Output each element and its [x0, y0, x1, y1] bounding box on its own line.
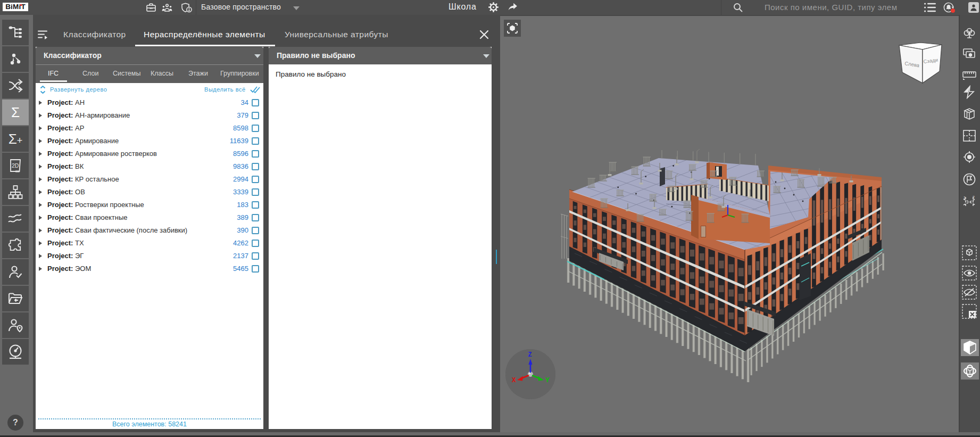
svg-text:X: X [512, 376, 516, 384]
svg-text:1: 1 [964, 196, 966, 200]
svg-text:Y: Y [545, 376, 550, 384]
svg-text:2D: 2D [12, 162, 19, 169]
svg-text:Z: Z [528, 351, 532, 359]
svg-text:2: 2 [973, 195, 975, 199]
